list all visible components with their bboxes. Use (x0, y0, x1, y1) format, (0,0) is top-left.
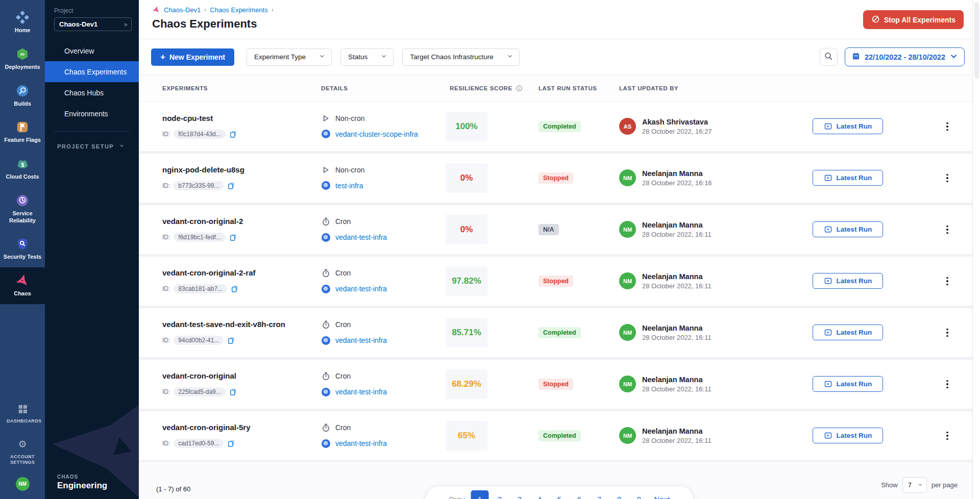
infrastructure-link[interactable]: test-infra (335, 182, 363, 190)
module-security-tests[interactable]: Security Tests (0, 231, 45, 267)
table-row[interactable]: nginx-pod-delete-u8sg ID: b773c335-99...… (139, 153, 980, 203)
table-row[interactable]: node-cpu-test ID: f0c187d4-43d... Non-cr… (139, 102, 980, 152)
show-label: Show (881, 481, 898, 489)
module-builds[interactable]: Builds (0, 78, 45, 114)
infrastructure-link[interactable]: vedant-cluster-scope-infra (335, 130, 418, 138)
updated-time: 28 October 2022, 16:27 (642, 128, 712, 135)
module-home[interactable]: Home (0, 4, 45, 41)
row-menu-button[interactable] (943, 119, 951, 134)
run-icon (824, 431, 832, 440)
user-avatar: NM (619, 376, 636, 392)
scrollbar[interactable] (972, 0, 980, 499)
module-chaos[interactable]: Chaos (0, 267, 45, 304)
latest-run-button[interactable]: Latest Run (813, 221, 883, 237)
table-footer: (1 - 7) of 60 ← Prev123456789Next → Show… (139, 462, 980, 499)
copy-icon[interactable] (227, 439, 235, 447)
table-row[interactable]: vedant-test-save-nd-exit-v8h-cron ID: 94… (139, 308, 980, 358)
infrastructure-link[interactable]: vedant-test-infra (335, 233, 387, 241)
resilience-score: 100% (446, 112, 487, 141)
module-account-settings[interactable]: ⚙ ACCOUNT SETTINGS (0, 431, 45, 472)
info-icon[interactable] (516, 85, 523, 92)
page-button-6[interactable]: 6 (571, 490, 589, 499)
copy-icon[interactable] (229, 233, 237, 241)
table-row[interactable]: vedant-cron-original-2 ID: f6d19bc1-fedf… (139, 205, 980, 255)
stopwatch-icon (321, 423, 330, 432)
infrastructure-link[interactable]: vedant-test-infra (335, 336, 387, 344)
filter-target-chaos-infrastructure[interactable]: Target Chaos Infrastructure (402, 48, 520, 66)
expand-project-icon[interactable]: » (124, 20, 128, 28)
project-selector[interactable]: Chaos-Dev1 » (54, 17, 132, 31)
table-row[interactable]: vedant-cron-original ID: 225fcad5-da9...… (139, 359, 980, 409)
latest-run-button[interactable]: Latest Run (813, 118, 883, 134)
experiment-name[interactable]: node-cpu-test (162, 114, 321, 122)
next-page-button[interactable]: Next → (650, 490, 684, 499)
row-menu-button[interactable] (943, 377, 951, 392)
module-cloud-costs[interactable]: $ Cloud Costs (0, 151, 45, 187)
latest-run-button[interactable]: Latest Run (813, 376, 883, 392)
row-menu-button[interactable] (943, 222, 951, 237)
module-deployments[interactable]: ∞ Deployments (0, 41, 45, 78)
page-button-1[interactable]: 1 (471, 490, 489, 499)
prev-page-button[interactable]: ← Prev (435, 490, 469, 499)
latest-run-button[interactable]: Latest Run (813, 325, 883, 340)
experiment-name[interactable]: nginx-pod-delete-u8sg (162, 165, 321, 174)
pagination: ← Prev123456789Next → (426, 486, 693, 499)
sidebar-item-overview[interactable]: Overview (45, 40, 139, 61)
sidebar-item-chaos-experiments[interactable]: Chaos Experiments (45, 61, 139, 82)
breadcrumb-link-chaos-dev1[interactable]: Chaos-Dev1 (164, 6, 201, 14)
latest-run-button[interactable]: Latest Run (813, 170, 883, 186)
new-experiment-button[interactable]: + New Experiment (151, 48, 234, 66)
page-button-7[interactable]: 7 (591, 490, 608, 499)
date-range-picker[interactable]: 22/10/2022 - 28/10/2022 (845, 47, 965, 66)
infrastructure-link[interactable]: vedant-test-infra (335, 439, 387, 447)
experiment-name[interactable]: vedant-cron-original (162, 371, 321, 380)
page-button-2[interactable]: 2 (491, 490, 509, 499)
row-menu-button[interactable] (943, 171, 951, 186)
filter-experiment-type[interactable]: Experiment Type (247, 48, 332, 66)
search-button[interactable] (820, 48, 838, 66)
module-feature-flags[interactable]: Feature Flags (0, 114, 45, 151)
user-avatar[interactable]: NM (16, 477, 30, 491)
page-button-8[interactable]: 8 (610, 490, 628, 499)
infrastructure-link[interactable]: vedant-test-infra (335, 285, 387, 293)
updated-time: 28 October 2022, 16:11 (642, 385, 712, 393)
table-row[interactable]: vedant-cron-original-2-raf ID: 83cab181-… (139, 256, 980, 306)
experiment-name[interactable]: vedant-cron-original-2 (162, 217, 321, 226)
experiment-name[interactable]: vedant-cron-original-2-raf (162, 268, 321, 277)
filter-status[interactable]: Status (340, 48, 394, 66)
copy-icon[interactable] (231, 285, 239, 293)
home-icon (16, 10, 29, 24)
cloud-costs-icon: $ (16, 157, 30, 171)
sidebar-item-chaos-hubs[interactable]: Chaos Hubs (45, 82, 139, 103)
copy-icon[interactable] (229, 130, 237, 138)
experiment-cell: vedant-cron-original-5ry ID: cad17ed0-59… (162, 423, 321, 448)
stop-all-experiments-button[interactable]: Stop All Experiments (863, 10, 964, 29)
project-setup-toggle[interactable]: PROJECT SETUP (45, 132, 139, 149)
copy-icon[interactable] (227, 182, 235, 190)
status-badge: Stopped (538, 172, 573, 184)
per-page-select[interactable]: 7 (902, 477, 927, 493)
module-service-reliability[interactable]: Service Reliability (0, 187, 45, 231)
row-menu-button[interactable] (943, 326, 951, 340)
row-menu-button[interactable] (943, 274, 951, 289)
resilience-score: 0% (446, 163, 487, 193)
sidebar-item-environments[interactable]: Environments (45, 103, 139, 124)
id-label: ID: (162, 388, 170, 395)
module-dashboards[interactable]: DASHBOARDS (0, 395, 45, 431)
breadcrumb-link-chaos-experiments[interactable]: Chaos Experiments (210, 6, 267, 14)
page-button-4[interactable]: 4 (531, 490, 549, 499)
latest-run-button[interactable]: Latest Run (813, 428, 883, 443)
experiment-name[interactable]: vedant-test-save-nd-exit-v8h-cron (162, 320, 321, 329)
kubernetes-icon: ☸ (321, 285, 330, 293)
row-menu-button[interactable] (943, 429, 951, 443)
infrastructure-link[interactable]: vedant-test-infra (335, 388, 387, 396)
page-button-9[interactable]: 9 (630, 490, 648, 499)
page-button-3[interactable]: 3 (511, 490, 529, 499)
latest-run-button[interactable]: Latest Run (813, 273, 883, 289)
table-row[interactable]: vedant-cron-original-5ry ID: cad17ed0-59… (139, 411, 980, 461)
copy-icon[interactable] (229, 388, 237, 396)
page-button-5[interactable]: 5 (551, 490, 569, 499)
experiment-name[interactable]: vedant-cron-original-5ry (162, 423, 321, 432)
experiment-id-badge: 225fcad5-da9... (174, 387, 225, 396)
copy-icon[interactable] (227, 336, 235, 344)
